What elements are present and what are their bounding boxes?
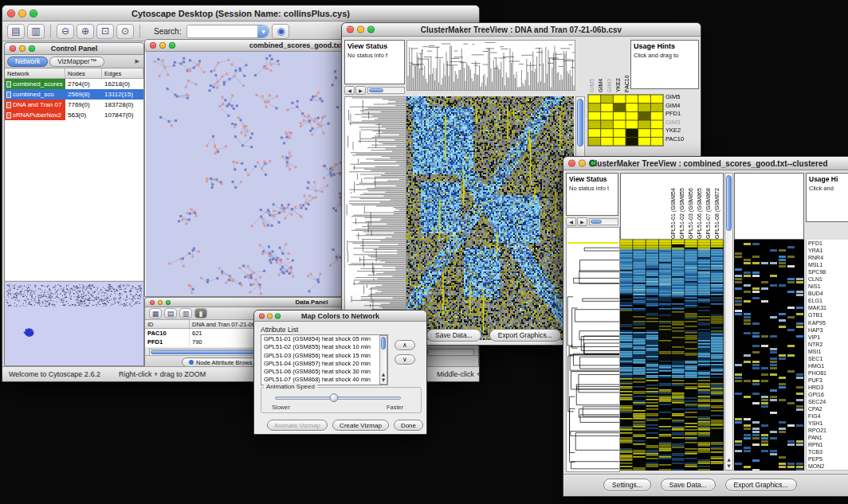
tv2-hscrollbar[interactable] bbox=[589, 218, 618, 225]
gene-label[interactable]: BUD4 bbox=[807, 290, 848, 297]
gene-label[interactable]: GPI16 bbox=[807, 391, 848, 398]
gene-label[interactable]: PHO81 bbox=[807, 369, 848, 377]
tv1-export-graphics-button[interactable]: Export Graphics... bbox=[489, 329, 561, 342]
select-attributes-icon[interactable]: ▦ bbox=[149, 308, 162, 318]
tv1-summary-heatmap-canvas[interactable] bbox=[587, 94, 664, 147]
scrollbar-thumb[interactable] bbox=[591, 220, 602, 224]
network-list-row[interactable]: sRNAPuberNov2 563(0) 107847(0) bbox=[5, 110, 143, 120]
scroll-up-icon[interactable]: ▲ bbox=[725, 457, 732, 463]
gene-label[interactable]: CPA2 bbox=[807, 405, 848, 412]
tv2-export-graphics-button[interactable]: Export Graphics... bbox=[725, 479, 797, 491]
gene-label[interactable]: SEC24 bbox=[807, 398, 848, 405]
tv2-vscrollbar[interactable]: ▲ ▼ bbox=[724, 173, 733, 471]
tv1-hscrollbar[interactable] bbox=[367, 87, 405, 94]
tv1-row-dendrogram[interactable] bbox=[344, 96, 406, 342]
gene-label[interactable]: GTB1 bbox=[807, 311, 848, 318]
gene-label[interactable]: RPN1 bbox=[807, 441, 848, 448]
tv1-scroll-right-button[interactable]: ▶ bbox=[355, 86, 366, 95]
import-attributes-icon[interactable]: ▮ bbox=[194, 308, 207, 318]
zoom-fit-icon[interactable]: ⊡ bbox=[96, 24, 114, 39]
gene-label[interactable]: SPC98 bbox=[807, 268, 848, 275]
attribute-list-item[interactable]: GPL51-04 (GSM857) heat shock 20 min bbox=[261, 360, 387, 368]
slider-thumb[interactable] bbox=[330, 393, 339, 402]
gene-label[interactable]: VIP1 bbox=[807, 334, 848, 341]
scrollbar-thumb[interactable] bbox=[369, 88, 383, 92]
gene-label[interactable]: CLN1 bbox=[807, 275, 848, 283]
control-panel-titlebar[interactable]: Control Panel bbox=[5, 43, 143, 55]
scroll-down-icon[interactable]: ▼ bbox=[380, 377, 387, 383]
tv1-column-dendrogram[interactable] bbox=[406, 40, 575, 91]
zoom-in-icon[interactable]: ⊕ bbox=[77, 24, 94, 39]
gene-label[interactable]: HAP3 bbox=[807, 326, 848, 334]
gene-label[interactable]: PAN1 bbox=[807, 434, 848, 441]
tv2-scroll-right-button[interactable]: ▶ bbox=[577, 217, 587, 226]
gene-label[interactable]: YRA1 bbox=[807, 247, 848, 254]
done-button[interactable]: Done bbox=[394, 420, 423, 431]
scroll-down-icon[interactable]: ▼ bbox=[725, 463, 732, 469]
search-input[interactable] bbox=[187, 30, 190, 38]
zoom-out-icon[interactable]: ⊖ bbox=[57, 24, 74, 39]
gene-label[interactable]: HMG1 bbox=[807, 362, 848, 369]
dialog-titlebar[interactable]: Map Colors to Network bbox=[254, 311, 426, 322]
animation-speed-slider[interactable] bbox=[275, 397, 401, 400]
animate-vizmap-button[interactable]: Animate Vizmap bbox=[267, 420, 328, 431]
gene-label[interactable]: NTR2 bbox=[807, 341, 848, 348]
tv2-settings-button[interactable]: Settings... bbox=[603, 479, 651, 491]
gene-label[interactable]: PUF3 bbox=[807, 377, 848, 384]
attribute-list-scrollbar[interactable]: ▲ ▼ bbox=[379, 335, 387, 385]
scrollbar-thumb[interactable] bbox=[726, 175, 732, 231]
gene-label[interactable]: MAK31 bbox=[807, 304, 848, 311]
attribute-list-item[interactable]: GPL51-06 (GSM865) heat shock 30 min bbox=[261, 368, 387, 376]
gene-label[interactable]: RNR4 bbox=[807, 254, 848, 261]
open-session-icon[interactable]: ▤ bbox=[7, 24, 25, 39]
tv1-scroll-left-button[interactable]: ◀ bbox=[344, 86, 355, 95]
tv2-titlebar[interactable]: ClusterMaker TreeView : combined_scores_… bbox=[563, 157, 848, 170]
zoom-selected-icon[interactable]: ⊙ bbox=[116, 24, 134, 39]
attribute-list-item[interactable]: GPL51-01 (GSM854) heat shock 05 min bbox=[261, 335, 387, 343]
scrollbar-thumb[interactable] bbox=[577, 99, 583, 147]
attribute-list-item[interactable]: GPL51-03 (GSM856) heat shock 15 min bbox=[261, 352, 387, 360]
attribute-matrix-icon[interactable]: ▥ bbox=[179, 308, 192, 318]
gene-label[interactable]: RPO21 bbox=[807, 427, 848, 434]
import-network-icon[interactable]: ▥ bbox=[27, 24, 45, 39]
gene-label[interactable]: HRD3 bbox=[807, 384, 848, 391]
combobox-dropdown-icon[interactable]: ▼ bbox=[257, 25, 269, 37]
gene-label[interactable]: SEC1 bbox=[807, 355, 848, 362]
tv2-selected-columns-canvas[interactable] bbox=[734, 240, 804, 471]
gene-label[interactable]: FIG4 bbox=[807, 412, 848, 420]
tv1-titlebar[interactable]: ClusterMaker TreeView : DNA and Tran 07-… bbox=[342, 23, 701, 37]
tab-scroll-right-icon[interactable]: ▶ bbox=[135, 58, 141, 64]
gene-label[interactable]: PFD1 bbox=[807, 240, 848, 247]
gene-label[interactable]: TCB3 bbox=[807, 448, 848, 455]
gene-label[interactable]: MSL1 bbox=[807, 261, 848, 268]
network-list-row[interactable]: combined_scores 2764(0) 16218(0) bbox=[5, 79, 143, 89]
gene-label[interactable]: MSI1 bbox=[807, 348, 848, 355]
move-down-button[interactable]: ∨ bbox=[395, 354, 415, 365]
gene-label[interactable]: KAP95 bbox=[807, 319, 848, 326]
network-overview-panel[interactable] bbox=[5, 281, 143, 365]
tab[interactable]: VizMapper™ bbox=[49, 57, 104, 67]
tab[interactable]: Network bbox=[7, 57, 48, 67]
tv1-save-data-button[interactable]: Save Data... bbox=[426, 329, 481, 342]
tv2-save-data-button[interactable]: Save Data... bbox=[661, 479, 716, 491]
tv2-scroll-left-button[interactable]: ◀ bbox=[566, 217, 576, 226]
attribute-list-item[interactable]: GPL51-02 (GSM855) heat shock 10 min bbox=[261, 343, 387, 351]
main-titlebar[interactable]: Cytoscape Desktop (Session Name: collins… bbox=[2, 6, 479, 21]
tv2-heatmap-canvas[interactable] bbox=[620, 240, 724, 471]
search-combobox[interactable]: ▼ bbox=[186, 25, 269, 38]
network-list-row[interactable]: DNA and Tran 07 7769(0) 183728(0) bbox=[5, 100, 143, 110]
gene-label[interactable]: YSH1 bbox=[807, 420, 848, 427]
search-run-icon[interactable]: ◉ bbox=[272, 24, 289, 39]
create-attribute-icon[interactable]: ▤ bbox=[164, 308, 177, 318]
network-overview-canvas[interactable] bbox=[5, 282, 143, 365]
scrollbar-thumb[interactable] bbox=[381, 337, 386, 350]
scroll-up-icon[interactable]: ▲ bbox=[380, 372, 387, 377]
gene-label[interactable]: ELG1 bbox=[807, 297, 848, 304]
move-up-button[interactable]: ∧ bbox=[395, 340, 415, 350]
gene-label[interactable]: NIS1 bbox=[807, 283, 848, 290]
tv2-row-dendrogram[interactable] bbox=[566, 227, 620, 472]
gene-label[interactable]: MON2 bbox=[807, 463, 848, 470]
tv1-heatmap-canvas[interactable] bbox=[406, 96, 574, 340]
gene-label[interactable]: PEP5 bbox=[807, 455, 848, 463]
create-vizmap-button[interactable]: Create Vizmap bbox=[332, 420, 389, 431]
